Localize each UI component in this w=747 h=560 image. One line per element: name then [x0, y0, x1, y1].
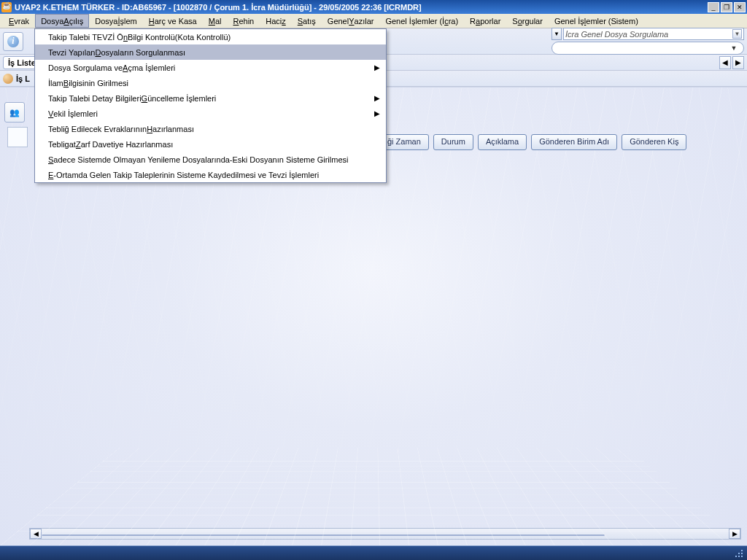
people-icon: 👥 [9, 108, 20, 117]
table-column-headers: ği ZamanDurumAçıklamaGönderen Birim AdıG… [379, 134, 744, 150]
menu-dropdown-item[interactable]: İlam Bilgisinin Girilmesi [35, 75, 386, 90]
window-title: UYAP2 K.ETHEM TÜRKER - ID:AB65967 - [100… [15, 3, 706, 12]
window-titlebar: UYAP2 K.ETHEM TÜRKER - ID:AB65967 - [100… [0, 0, 747, 14]
menu-dropdown-item[interactable]: Takip Talebi TEVZİ ÖnBilgi Kontrolü(Kota… [35, 29, 386, 44]
column-header[interactable]: Gönderen Birim Adı [531, 134, 617, 150]
inner-tab-label: İş L [16, 74, 30, 83]
menu-item[interactable]: Raporlar [464, 14, 506, 28]
menu-dropdown-item[interactable]: Dosya Sorgulama ve Açma İşlemleri▶ [35, 60, 386, 75]
minimize-button[interactable]: _ [708, 2, 719, 12]
menu-item[interactable]: Rehin [227, 14, 260, 28]
menu-bar: EvrakDosya AçılışDosya İşlemHarç ve Kasa… [0, 14, 747, 28]
menu-item[interactable]: Harç ve Kasa [143, 14, 203, 28]
info-button[interactable]: i [3, 32, 23, 51]
menu-dropdown-item[interactable]: Tevzi Yapılan Dosyaların Sorgulanması [35, 44, 386, 60]
person-icon [3, 74, 13, 84]
tab-nav-right[interactable]: ▶ [732, 56, 744, 69]
menu-dropdown-item[interactable]: Tebliğ Edilecek Evraklarının Hazırlanmas… [35, 121, 386, 136]
status-bar [0, 545, 747, 560]
left-icon-stack: 👥 [4, 102, 28, 147]
info-icon: i [7, 36, 19, 47]
menu-item[interactable]: Evrak [3, 14, 35, 28]
search-type-combo[interactable]: İcra Genel Dosya Sorgulama ▼ [563, 28, 744, 40]
menu-item[interactable]: Mal [203, 14, 228, 28]
resize-grip-icon[interactable] [734, 548, 743, 557]
menu-item[interactable]: Haciz [260, 14, 292, 28]
search-combo[interactable]: ▼ [551, 42, 744, 55]
menu-dropdown-item[interactable]: Tebligat Zarf Davetiye Hazırlanması [35, 136, 386, 152]
menu-dropdown-item[interactable]: Takip Talebi Detay Bilgileri Güncelleme … [35, 90, 386, 106]
maximize-button[interactable]: ❐ [721, 2, 732, 12]
search-type-label: İcra Genel Dosya Sorgulama [565, 30, 668, 39]
horizontal-scrollbar[interactable]: ◀ ▶ [29, 528, 741, 540]
menu-item[interactable]: Genel Yazılar [322, 14, 380, 28]
submenu-arrow-icon: ▶ [374, 109, 380, 117]
submenu-arrow-icon: ▶ [374, 63, 380, 71]
combo-small-dropdown-left[interactable]: ▼ [551, 28, 562, 40]
submenu-arrow-icon: ▶ [374, 94, 380, 102]
column-header[interactable]: Durum [433, 134, 473, 150]
chevron-down-icon: ▼ [732, 29, 742, 39]
scroll-left-button[interactable]: ◀ [30, 529, 42, 539]
menu-item[interactable]: Satış [292, 14, 322, 28]
menu-item[interactable]: Genel İşlemler (İcra) [379, 14, 464, 28]
menu-dropdown-item[interactable]: Vekil İşlemleri▶ [35, 106, 386, 121]
menu-item[interactable]: Genel İşlemler (Sistem) [549, 14, 644, 28]
scroll-right-button[interactable]: ▶ [729, 529, 740, 539]
group-icon-button[interactable]: 👥 [4, 102, 25, 122]
tab-nav-left[interactable]: ◀ [719, 56, 731, 69]
column-header[interactable]: Açıklama [478, 134, 527, 150]
column-header[interactable]: Gönderen Kiş [622, 134, 686, 150]
java-icon [1, 2, 12, 12]
menu-dropdown-item[interactable]: Sadece Sistemde Olmayan Yenileme Dosyala… [35, 152, 386, 167]
dosya-acilis-menu: Takip Talebi TEVZİ ÖnBilgi Kontrolü(Kota… [34, 28, 387, 183]
menu-dropdown-item[interactable]: E-Ortamda Gelen Takip Taleplerinin Siste… [35, 167, 386, 182]
close-button[interactable]: ✕ [734, 2, 746, 12]
blank-panel [7, 127, 28, 147]
menu-item[interactable]: Dosya İşlem [89, 14, 142, 28]
scroll-thumb[interactable] [42, 534, 605, 536]
column-header[interactable]: ği Zaman [379, 134, 429, 150]
menu-item[interactable]: Dosya Açılış [35, 14, 89, 28]
menu-item[interactable]: Sorgular [506, 14, 549, 28]
chevron-down-icon: ▼ [729, 43, 739, 53]
